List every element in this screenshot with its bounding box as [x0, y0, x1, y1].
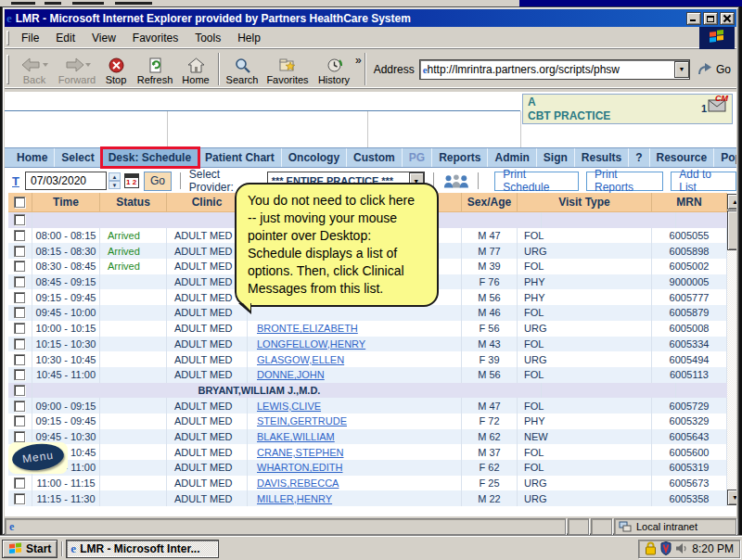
- today-link[interactable]: T: [12, 174, 19, 188]
- volume-icon[interactable]: [675, 542, 688, 554]
- add-to-list-button[interactable]: Add to List: [671, 172, 736, 191]
- patient-link[interactable]: LEWIS,CLIVE: [257, 401, 321, 412]
- go-button[interactable]: Go: [697, 63, 731, 76]
- calendar-icon[interactable]: 1 2: [124, 173, 139, 188]
- row-checkbox[interactable]: [14, 493, 25, 504]
- taskbar-task-button[interactable]: e LMR - Microsoft Inter...: [66, 540, 219, 558]
- row-checkbox[interactable]: [14, 415, 25, 426]
- cell-visit: FOL: [518, 460, 652, 476]
- row-checkbox[interactable]: [14, 307, 25, 318]
- date-go-button[interactable]: Go: [144, 172, 172, 191]
- minimize-button[interactable]: [686, 12, 701, 25]
- patient-link[interactable]: MILLER,HENRY: [257, 493, 332, 504]
- nav-tab-admin[interactable]: Admin: [488, 148, 536, 167]
- patient-link[interactable]: GLASGOW,ELLEN: [257, 354, 344, 365]
- cell-time: 09:15 - 09:45: [32, 289, 100, 305]
- menu-item-favorites[interactable]: Favorites: [124, 30, 186, 46]
- select-all-checkbox[interactable]: [14, 197, 25, 208]
- cell-time: 08:45 - 09:15: [32, 274, 100, 290]
- row-checkbox[interactable]: [14, 369, 25, 380]
- nav-tab-bar: HomeSelectDesk: SchedulePatient ChartOnc…: [5, 147, 736, 168]
- patient-link[interactable]: STEIN,GERTRUDE: [257, 415, 347, 426]
- back-button[interactable]: Back: [13, 50, 56, 88]
- nav-tab-select[interactable]: Select: [55, 148, 101, 167]
- nav-tab-popup[interactable]: Popup: [714, 148, 736, 167]
- lock-icon[interactable]: [645, 541, 657, 555]
- row-checkbox[interactable]: [14, 431, 25, 442]
- maximize-button[interactable]: [703, 12, 718, 25]
- toolbar-overflow-chevron[interactable]: »: [355, 54, 362, 67]
- nav-tab-resource[interactable]: Resource: [650, 148, 715, 167]
- close-button[interactable]: [720, 12, 735, 25]
- patient-link[interactable]: BLAKE,WILLIAM: [257, 431, 335, 442]
- address-url[interactable]: http://lmrintra.partners.org/scripts/phs…: [428, 63, 674, 76]
- row-checkbox[interactable]: [14, 477, 25, 489]
- menu-item-file[interactable]: File: [13, 30, 47, 46]
- nav-tab-oncology[interactable]: Oncology: [282, 148, 347, 167]
- search-button[interactable]: Search: [222, 50, 262, 88]
- nav-tab-custom[interactable]: Custom: [347, 148, 403, 167]
- scroll-down-button[interactable]: ▼: [727, 490, 736, 505]
- row-checkbox[interactable]: [14, 338, 25, 350]
- patient-link[interactable]: DAVIS,REBECCA: [257, 477, 339, 489]
- nav-tab-results[interactable]: Results: [575, 148, 629, 167]
- toolbar-grip[interactable]: [6, 55, 9, 84]
- row-checkbox[interactable]: [14, 261, 25, 272]
- nav-tab-patient-chart[interactable]: Patient Chart: [198, 148, 282, 167]
- nav-tab-?[interactable]: ?: [629, 148, 649, 167]
- row-checkbox[interactable]: [14, 323, 25, 334]
- table-scrollbar[interactable]: ▲ ▼: [727, 194, 736, 505]
- favorites-button[interactable]: Favorites: [262, 50, 313, 88]
- virus-shield-icon[interactable]: [660, 541, 672, 555]
- cell-sex: F 56: [462, 321, 518, 337]
- providers-people-icon[interactable]: [442, 173, 470, 189]
- cell-status: [100, 321, 167, 337]
- row-checkbox[interactable]: [14, 354, 25, 365]
- menu-item-tools[interactable]: Tools: [186, 30, 229, 46]
- patient-link[interactable]: BRONTE,ELIZABETH: [257, 323, 358, 334]
- menubar-grip[interactable]: [6, 31, 9, 45]
- nav-tab-pg[interactable]: PG: [403, 148, 432, 167]
- forward-button[interactable]: Forward: [56, 50, 98, 88]
- nav-tab-home[interactable]: Home: [10, 148, 55, 167]
- patient-link[interactable]: LONGFELLOW,HENRY: [257, 338, 365, 350]
- title-bar[interactable]: e LMR - Microsoft Internet Explorer prov…: [5, 9, 736, 27]
- date-spinner[interactable]: ▲ ▼: [109, 172, 121, 189]
- clinical-messages-indicator[interactable]: 1 CM: [701, 99, 726, 116]
- row-checkbox[interactable]: [14, 230, 25, 241]
- spinner-down-icon[interactable]: ▼: [109, 181, 121, 189]
- refresh-button[interactable]: Refresh: [134, 50, 176, 88]
- nav-tab-reports[interactable]: Reports: [432, 148, 488, 167]
- row-checkbox[interactable]: [14, 246, 25, 257]
- patient-link[interactable]: DONNE,JOHN: [257, 369, 325, 380]
- nav-tab-desk-schedule[interactable]: Desk: Schedule: [102, 148, 198, 167]
- start-button[interactable]: Start: [2, 540, 58, 558]
- patient-link[interactable]: WHARTON,EDITH: [257, 462, 343, 473]
- date-input[interactable]: 07/03/2020: [25, 172, 107, 190]
- cell-time: 09:15 - 09:45: [32, 414, 100, 429]
- history-button[interactable]: History: [313, 50, 355, 88]
- row-checkbox[interactable]: [14, 401, 25, 412]
- menu-item-help[interactable]: Help: [229, 30, 269, 46]
- address-input[interactable]: e http://lmrintra.partners.org/scripts/p…: [419, 59, 690, 80]
- home-button[interactable]: Home: [176, 50, 215, 88]
- address-dropdown-button[interactable]: ▼: [674, 61, 689, 78]
- stop-button[interactable]: Stop: [98, 50, 134, 88]
- background-window-sliver: [0, 0, 742, 6]
- row-checkbox[interactable]: [14, 292, 25, 303]
- row-checkbox[interactable]: [14, 385, 25, 396]
- scrollbar-thumb[interactable]: [727, 210, 736, 250]
- patient-link[interactable]: CRANE,STEPHEN: [257, 447, 344, 458]
- menu-item-view[interactable]: View: [83, 30, 124, 46]
- row-checkbox[interactable]: [14, 214, 25, 225]
- scroll-up-button[interactable]: ▲: [727, 194, 736, 210]
- menu-item-edit[interactable]: Edit: [47, 30, 83, 46]
- nav-tab-sign[interactable]: Sign: [537, 148, 575, 167]
- row-checkbox[interactable]: [14, 276, 25, 287]
- spinner-up-icon[interactable]: ▲: [109, 172, 121, 181]
- menu-button[interactable]: Menu: [11, 441, 66, 473]
- print-reports-button[interactable]: Print Reports: [586, 172, 663, 191]
- cell-sex: M 56: [462, 289, 518, 305]
- table-row: 11:00 - 11:15ADULT MEDDAVIS,REBECCAF 25U…: [8, 476, 727, 491]
- print-schedule-button[interactable]: Print Schedule: [494, 172, 579, 191]
